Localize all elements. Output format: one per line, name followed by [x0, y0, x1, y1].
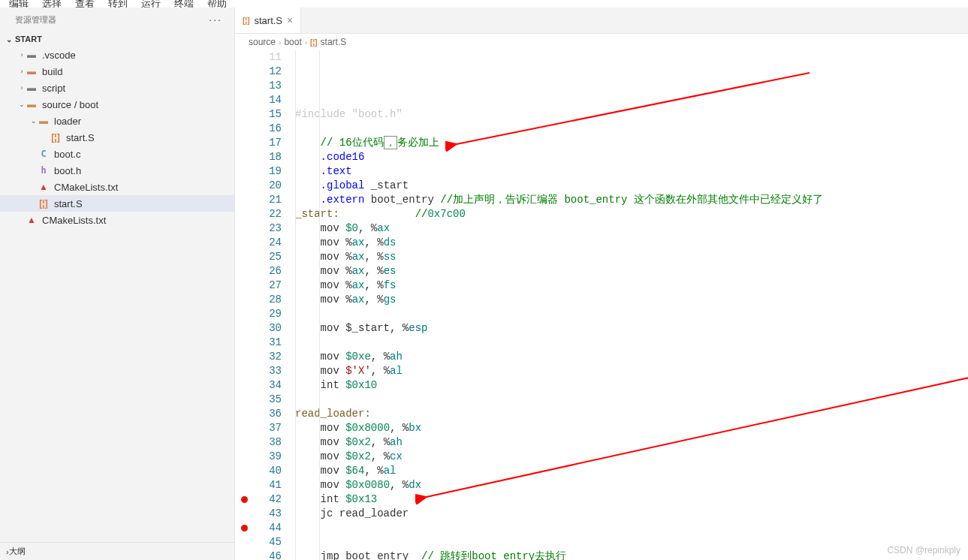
code-line[interactable]: mov $'X', %al	[295, 364, 968, 378]
line-number[interactable]: 24	[235, 236, 282, 250]
line-number[interactable]: 26	[235, 264, 282, 278]
line-number[interactable]: 14	[235, 93, 282, 107]
line-number[interactable]: 19	[235, 164, 282, 179]
tree-file[interactable]: [¦]start.S	[0, 195, 234, 212]
line-number[interactable]: 11	[235, 50, 282, 65]
breakpoint-icon[interactable]	[241, 496, 248, 503]
code-line[interactable]: // 16位代码，务必加上	[295, 136, 968, 150]
tree-folder[interactable]: ›▬script	[0, 80, 234, 96]
tree-file[interactable]: Cboot.c	[0, 146, 234, 162]
line-number[interactable]: 18	[235, 150, 282, 164]
code-line[interactable]	[295, 535, 968, 549]
code-line[interactable]	[295, 122, 968, 136]
menu-item[interactable]: 运行	[141, 0, 161, 8]
line-number[interactable]: 31	[235, 336, 282, 350]
code-line[interactable]: jc read_loader	[295, 507, 968, 521]
menu-item[interactable]: 转到	[108, 0, 128, 8]
line-number[interactable]: 38	[235, 435, 282, 450]
code-line[interactable]: mov %ax, %ds	[295, 236, 968, 250]
line-number[interactable]: 34	[235, 378, 282, 393]
code-line[interactable]: mov $0x0080, %dx	[295, 478, 968, 492]
code-line[interactable]: read_loader:	[295, 407, 968, 421]
line-number[interactable]: 28	[235, 293, 282, 307]
code-line[interactable]	[295, 521, 968, 535]
code-line[interactable]: mov $0, %ax	[295, 221, 968, 236]
menu-item[interactable]: 终端	[174, 0, 194, 8]
code-line[interactable]: mov $0x8000, %bx	[295, 421, 968, 435]
line-number[interactable]: 13	[235, 79, 282, 93]
code-line[interactable]	[295, 307, 968, 321]
section-start[interactable]: ⌄ START	[0, 32, 234, 47]
line-number[interactable]: 21	[235, 193, 282, 207]
code-line[interactable]: mov $0xe, %ah	[295, 350, 968, 364]
line-number[interactable]: 39	[235, 450, 282, 464]
line-number[interactable]: 44	[235, 521, 282, 535]
line-number[interactable]: 16	[235, 122, 282, 136]
code-line[interactable]: mov $0x2, %ah	[295, 435, 968, 450]
menu-item[interactable]: 查看	[75, 0, 95, 8]
line-number[interactable]: 40	[235, 464, 282, 478]
tree-file[interactable]: hboot.h	[0, 162, 234, 179]
code-body[interactable]: #include "boot.h" // 16位代码，务必加上 .code16 …	[295, 50, 968, 560]
line-number[interactable]: 27	[235, 278, 282, 293]
code-line[interactable]: mov %ax, %ss	[295, 250, 968, 264]
line-number[interactable]: 17	[235, 136, 282, 150]
line-number[interactable]: 25	[235, 250, 282, 264]
code-line[interactable]: .text	[295, 164, 968, 179]
close-icon[interactable]: ×	[287, 14, 293, 26]
line-number[interactable]: 23	[235, 221, 282, 236]
line-number[interactable]: 20	[235, 179, 282, 193]
tree-folder[interactable]: ›▬.vscode	[0, 47, 234, 63]
code-line[interactable]: mov %ax, %gs	[295, 293, 968, 307]
line-number[interactable]: 37	[235, 421, 282, 435]
code-line[interactable]: .global _start	[295, 179, 968, 193]
code-line[interactable]	[295, 336, 968, 350]
breadcrumb-item[interactable]: boot	[284, 37, 301, 47]
breadcrumb[interactable]: source›boot›[¦]start.S	[235, 34, 968, 50]
line-number[interactable]: 35	[235, 393, 282, 407]
line-number[interactable]: 22	[235, 207, 282, 221]
line-number[interactable]: 46	[235, 549, 282, 560]
tree-folder[interactable]: ⌄▬source / boot	[0, 96, 234, 113]
breadcrumb-item[interactable]: start.S	[321, 37, 347, 47]
outline-section[interactable]: › 大纲	[0, 542, 234, 560]
tree-file[interactable]: ▲CMakeLists.txt	[0, 179, 234, 195]
menu-item[interactable]: 选择	[42, 0, 62, 8]
line-gutter[interactable]: 1112131415161718192021222324252627282930…	[235, 50, 295, 560]
sidebar-more-icon[interactable]: ···	[209, 14, 222, 26]
tree-folder[interactable]: ›▬build	[0, 63, 234, 80]
line-number[interactable]: 45	[235, 535, 282, 549]
line-number[interactable]: 32	[235, 350, 282, 364]
tree-file[interactable]: ▲CMakeLists.txt	[0, 212, 234, 228]
code-line[interactable]: .extern boot_entry //加上声明，告诉汇编器 boot_ent…	[295, 193, 968, 207]
code-line[interactable]: .code16	[295, 150, 968, 164]
tree-file[interactable]: [¦]start.S	[0, 129, 234, 146]
breadcrumb-item[interactable]: source	[249, 37, 276, 47]
tab-start-s[interactable]: [¦] start.S ×	[235, 8, 301, 33]
code-line[interactable]: jmp boot_entry // 跳转到boot_entry去执行	[295, 549, 968, 560]
line-number[interactable]: 30	[235, 321, 282, 336]
tree-folder[interactable]: ⌄▬loader	[0, 113, 234, 129]
line-number[interactable]: 15	[235, 107, 282, 122]
line-number[interactable]: 43	[235, 507, 282, 521]
code-line[interactable]: mov $0x2, %cx	[295, 450, 968, 464]
breakpoint-icon[interactable]	[241, 525, 248, 531]
code-line[interactable]: mov %ax, %fs	[295, 278, 968, 293]
code-line[interactable]	[295, 393, 968, 407]
code-line[interactable]: int $0x13	[295, 492, 968, 507]
code-editor[interactable]: 1112131415161718192021222324252627282930…	[235, 50, 968, 560]
line-number[interactable]: 41	[235, 478, 282, 492]
line-number[interactable]: 12	[235, 65, 282, 79]
code-line[interactable]: #include "boot.h"	[295, 107, 968, 122]
code-line[interactable]: mov %ax, %es	[295, 264, 968, 278]
line-number[interactable]: 36	[235, 407, 282, 421]
menu-item[interactable]: 帮助	[207, 0, 227, 8]
line-number[interactable]: 29	[235, 307, 282, 321]
code-line[interactable]: int $0x10	[295, 378, 968, 393]
menu-item[interactable]: 编辑	[9, 0, 29, 8]
line-number[interactable]: 42	[235, 492, 282, 507]
code-line[interactable]: mov $64, %al	[295, 464, 968, 478]
code-line[interactable]: mov $_start, %esp	[295, 321, 968, 336]
line-number[interactable]: 33	[235, 364, 282, 378]
code-line[interactable]: _start: //0x7c00	[295, 207, 968, 221]
